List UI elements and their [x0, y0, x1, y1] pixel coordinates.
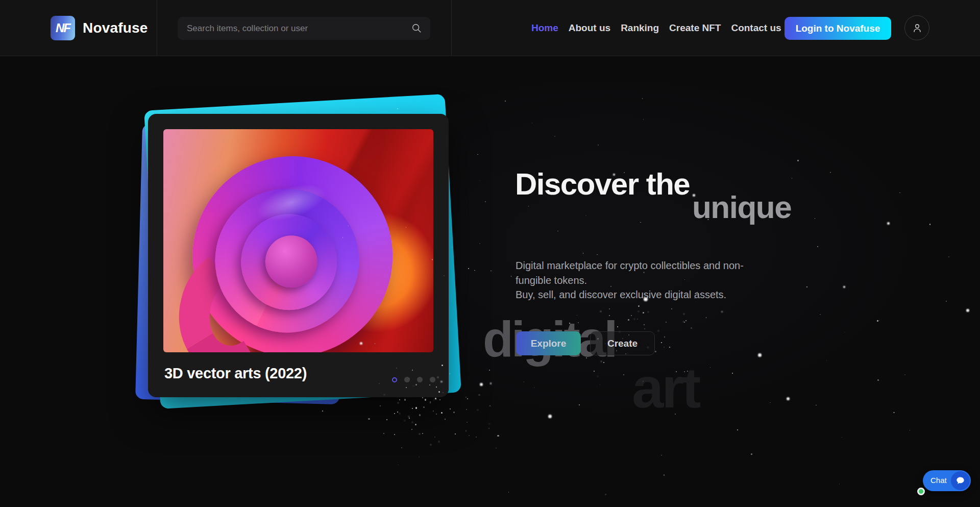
- nav-item-contact-us[interactable]: Contact us: [731, 22, 781, 34]
- chat-bubble-circle: [951, 471, 970, 490]
- navbar: NF Novafuse Home About us Ranking Create…: [0, 0, 980, 56]
- nav-item-home[interactable]: Home: [531, 22, 558, 34]
- nav-item-create-nft[interactable]: Create NFT: [669, 22, 721, 34]
- hero-section: art digital Discover the unique Digital …: [0, 56, 980, 507]
- avatar-button[interactable]: [904, 15, 929, 40]
- search-input[interactable]: [178, 17, 430, 40]
- carousel: 3D vector arts (2022): [0, 0, 980, 507]
- carousel-dot-1[interactable]: [392, 377, 397, 382]
- brand-name: Novafuse: [83, 20, 148, 36]
- carousel-dot-2[interactable]: [404, 377, 410, 382]
- nft-card[interactable]: 3D vector arts (2022): [148, 114, 449, 397]
- chat-label: Chat: [930, 476, 947, 485]
- navbar-divider: [451, 0, 452, 56]
- nav-item-about-us[interactable]: About us: [569, 22, 610, 34]
- nav-links: Home About us Ranking Create NFT Contact…: [531, 0, 781, 56]
- explore-button[interactable]: Explore: [516, 331, 581, 355]
- hero-description-line1: Digital marketplace for crypto collectib…: [516, 258, 762, 287]
- nft-artwork: [163, 129, 433, 352]
- hero-description-line2: Buy, sell, and discover exclusive digita…: [516, 287, 762, 302]
- navbar-divider: [157, 0, 157, 56]
- hero-title-line1: Discover the: [515, 166, 690, 202]
- card-title: 3D vector arts (2022): [164, 365, 307, 382]
- chat-online-status-dot: [917, 488, 925, 495]
- login-button[interactable]: Login to Novafuse: [785, 17, 891, 40]
- search-bar: [178, 17, 430, 40]
- carousel-dots: [392, 377, 435, 382]
- nav-item-ranking[interactable]: Ranking: [621, 22, 659, 34]
- chat-widget[interactable]: Chat: [923, 470, 971, 491]
- brand-logo-icon: NF: [51, 16, 75, 40]
- hero-description: Digital marketplace for crypto collectib…: [516, 258, 762, 302]
- user-icon: [912, 22, 923, 34]
- brand[interactable]: NF Novafuse: [51, 0, 148, 56]
- artwork-swirl-core: [265, 235, 317, 287]
- create-button[interactable]: Create: [590, 331, 655, 355]
- hero-actions: Explore Create: [516, 331, 655, 355]
- hero-title-line2: unique: [692, 189, 791, 225]
- chat-bubble-icon: [955, 476, 965, 486]
- search-icon[interactable]: [411, 22, 422, 34]
- carousel-dot-3[interactable]: [417, 377, 423, 382]
- carousel-dot-4[interactable]: [430, 377, 435, 382]
- page: NF Novafuse Home About us Ranking Create…: [0, 0, 980, 507]
